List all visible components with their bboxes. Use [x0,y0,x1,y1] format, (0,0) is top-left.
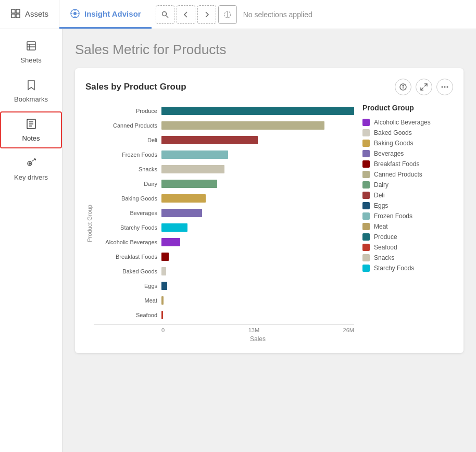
bar-fill [161,296,164,305]
sidebar-item-sheets[interactable]: Sheets [0,33,62,70]
svg-point-26 [29,163,30,165]
legend-item[interactable]: Dairy [362,180,453,190]
svg-point-33 [444,86,446,88]
chart-legend: Product Group Alcoholic Beverages Baked … [354,104,453,343]
legend-color-swatch [362,233,370,241]
svg-rect-0 [11,9,15,13]
status-text: No selections applied [243,10,312,19]
bar-label: Dairy [94,181,161,187]
bar-track [161,296,354,305]
tab-insight[interactable]: Insight Advisor [59,0,152,29]
chart-info-btn[interactable] [395,79,411,95]
forward-action-btn[interactable] [197,5,216,24]
tab-assets[interactable]: Assets [0,0,59,29]
bar-row[interactable]: Snacks [94,162,354,177]
sidebar-item-key-drivers[interactable]: Key drivers [0,150,62,187]
legend-item-label: Meat [374,223,388,230]
legend-item[interactable]: Beverages [362,148,453,159]
legend-item[interactable]: Deli [362,190,453,200]
sidebar-item-notes[interactable]: Notes [0,111,62,148]
legend-item[interactable]: Alcoholic Beverages [362,117,453,128]
sidebar-notes-label: Notes [22,134,40,142]
legend-color-swatch [362,140,370,147]
bar-track [161,267,354,275]
bar-label: Baking Goods [94,195,161,202]
sidebar-sheets-label: Sheets [20,56,41,64]
bar-track [161,194,354,203]
page-title: Sales Metric for Products [75,42,464,58]
x-axis: 0 13M 26M [94,324,354,333]
bar-row[interactable]: Baking Goods [94,191,354,206]
legend-item[interactable]: Canned Products [362,169,453,180]
tab-assets-label: Assets [25,9,48,18]
svg-point-32 [442,86,443,88]
chart-plot-area: Product Group Produce Canned Products De… [85,104,354,343]
legend-item[interactable]: Breakfast Foods [362,159,453,169]
chart-expand-btn[interactable] [416,79,432,95]
bar-row[interactable]: Eggs [94,279,354,293]
legend-item-label: Dairy [374,181,389,189]
legend-color-swatch [362,171,370,178]
legend-item-label: Eggs [374,202,388,209]
legend-color-swatch [362,160,370,168]
bar-row[interactable]: Beverages [94,206,354,220]
bar-row[interactable]: Baked Goods [94,264,354,279]
top-nav: Assets Insight Advisor [0,0,476,29]
legend-item[interactable]: Baking Goods [362,138,453,148]
legend-item[interactable]: Baked Goods [362,128,453,138]
bar-row[interactable]: Starchy Foods [94,220,354,235]
svg-line-11 [166,16,168,18]
legend-color-swatch [362,254,370,261]
bar-fill [161,238,180,246]
bar-fill [161,311,163,319]
y-axis-label: Product Group [86,205,93,242]
bar-label: Snacks [94,166,161,172]
bar-row[interactable]: Seafood [94,308,354,322]
legend-item[interactable]: Frozen Foods [362,211,453,221]
legend-item[interactable]: Produce [362,232,453,242]
chart-menu-btn[interactable] [436,79,453,95]
x-tick-13m: 13M [248,327,259,333]
sidebar: Sheets Bookmarks Notes [0,29,62,452]
bar-row[interactable]: Alcoholic Beverages [94,235,354,249]
filter-action-btn[interactable] [218,5,237,24]
svg-rect-1 [16,9,20,13]
bar-fill [161,267,166,275]
bar-row[interactable]: Dairy [94,177,354,191]
insight-icon [70,8,80,19]
bar-label: Alcoholic Beverages [94,239,161,245]
legend-item-label: Deli [374,192,385,199]
bar-row[interactable]: Produce [94,104,354,118]
legend-item[interactable]: Eggs [362,200,453,211]
legend-item[interactable]: Starchy Foods [362,263,453,273]
bar-row[interactable]: Canned Products [94,118,354,133]
sidebar-item-bookmarks[interactable]: Bookmarks [0,72,62,109]
bar-label: Deli [94,137,161,143]
legend-item[interactable]: Seafood [362,242,453,253]
svg-point-29 [403,85,404,86]
legend-color-swatch [362,129,370,136]
sidebar-keydriver-label: Key drivers [14,173,48,181]
bookmarks-icon [25,79,37,93]
bar-label: Starchy Foods [94,224,161,231]
sidebar-bookmarks-label: Bookmarks [14,95,48,103]
bar-fill [161,223,187,232]
bar-track [161,121,354,130]
bar-fill [161,209,202,217]
bar-fill [161,150,228,159]
assets-icon [10,8,21,19]
legend-color-swatch [362,265,370,272]
bar-track [161,107,354,115]
bar-row[interactable]: Frozen Foods [94,147,354,162]
bar-label: Beverages [94,210,161,216]
legend-item-label: Beverages [374,150,404,157]
legend-item[interactable]: Meat [362,221,453,232]
legend-item[interactable]: Snacks [362,253,453,263]
chart-header: Sales by Product Group [85,79,453,95]
bar-row[interactable]: Deli [94,133,354,147]
back-action-btn[interactable] [177,5,195,24]
bar-row[interactable]: Breakfast Foods [94,249,354,264]
search-action-btn[interactable] [156,5,174,24]
bar-row[interactable]: Meat [94,293,354,308]
bar-label: Seafood [94,312,161,318]
